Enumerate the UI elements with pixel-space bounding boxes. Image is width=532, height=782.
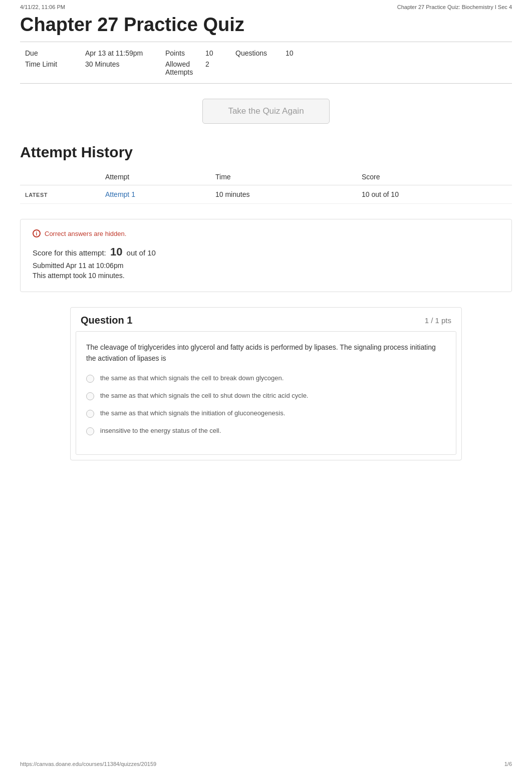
footer-page: 1/6 (504, 761, 512, 767)
col-attempt-header: Attempt (100, 169, 210, 185)
questions-label: Questions (235, 49, 286, 57)
attempt-score: 10 out of 10 (357, 185, 512, 204)
col-label-header (20, 169, 100, 185)
question-text: The cleavage of triglycerides into glyce… (86, 342, 446, 364)
due-value: Apr 13 at 11:59pm (85, 49, 165, 57)
points-value: 10 (205, 49, 235, 57)
answer-text: the same as that which signals the cell … (100, 374, 284, 382)
question-title: Question 1 (81, 315, 132, 326)
duration-line: This attempt took 10 minutes. (33, 272, 499, 280)
datetime: 4/11/22, 11:06 PM (20, 4, 65, 10)
attempt-details-box: i Correct answers are hidden. Score for … (20, 219, 512, 292)
questions-value: 10 (286, 49, 316, 57)
attempt-link-cell[interactable]: Attempt 1 (100, 185, 210, 204)
answer-option-3[interactable]: the same as that which signals the initi… (86, 409, 446, 418)
radio-circle (86, 375, 94, 383)
allowed-value: 2 (205, 60, 235, 76)
col-time-header: Time (210, 169, 357, 185)
correct-answers-notice: i Correct answers are hidden. (33, 229, 499, 237)
answer-option-1[interactable]: the same as that which signals the cell … (86, 374, 446, 383)
timelimit-value: 30 Minutes (85, 60, 165, 76)
answer-text: the same as that which signals the cell … (100, 392, 308, 399)
score-line: Score for this attempt: 10 out of 10 (33, 245, 499, 258)
answer-text: insensitive to the energy status of the … (100, 427, 221, 434)
attempt-link[interactable]: Attempt 1 (105, 190, 135, 198)
breadcrumb: Chapter 27 Practice Quiz: Biochemistry I… (397, 4, 512, 10)
table-row: LATEST Attempt 1 10 minutes 10 out of 10 (20, 185, 512, 204)
question-block-1: Question 1 1 / 1 pts The cleavage of tri… (70, 307, 462, 460)
col-score-header: Score (357, 169, 512, 185)
info-icon: i (33, 229, 41, 237)
allowed-label: Allowed Attempts (165, 60, 205, 76)
answer-text: the same as that which signals the initi… (100, 409, 285, 417)
page-title: Chapter 27 Practice Quiz (20, 12, 512, 36)
radio-circle (86, 427, 94, 435)
score-number: 10 (110, 245, 122, 258)
take-quiz-button[interactable]: Take the Quiz Again (202, 99, 329, 124)
radio-circle (86, 410, 94, 418)
attempt-time: 10 minutes (210, 185, 357, 204)
footer-url: https://canvas.doane.edu/courses/11384/q… (20, 761, 156, 767)
radio-circle (86, 392, 94, 400)
info-bar: DueApr 13 at 11:59pmPoints10Questions10T… (20, 42, 512, 84)
question-pts: 1 / 1 pts (425, 316, 451, 325)
score-suffix: out of 10 (127, 248, 156, 257)
timelimit-label: Time Limit (25, 60, 85, 76)
footer: https://canvas.doane.edu/courses/11384/q… (0, 761, 532, 767)
answer-option-2[interactable]: the same as that which signals the cell … (86, 392, 446, 400)
points-label: Points (165, 49, 205, 57)
attempt-history-title: Attempt History (20, 144, 512, 161)
due-label: Due (25, 49, 85, 57)
answer-option-4[interactable]: insensitive to the energy status of the … (86, 427, 446, 435)
correct-answers-text: Correct answers are hidden. (45, 230, 126, 237)
latest-badge: LATEST (20, 185, 100, 204)
score-prefix: Score for this attempt: (33, 248, 106, 257)
submitted-line: Submitted Apr 11 at 10:06pm (33, 262, 499, 270)
attempt-table: Attempt Time Score LATEST Attempt 1 10 m… (20, 169, 512, 204)
